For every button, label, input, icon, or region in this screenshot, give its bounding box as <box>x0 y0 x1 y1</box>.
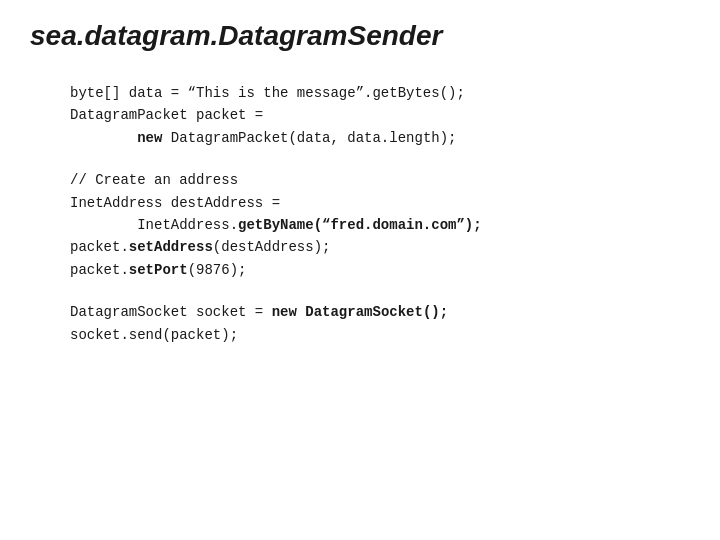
code-line-2-4: packet.setAddress(destAddress); <box>70 236 690 258</box>
code-line-3-2: socket.send(packet); <box>70 324 690 346</box>
code-line-2-3: InetAddress.getByName(“fred.domain.com”)… <box>70 214 690 236</box>
keyword-new-1: new <box>137 130 162 146</box>
code-line-1-2: DatagramPacket packet = <box>70 104 690 126</box>
method-setport: setPort <box>129 262 188 278</box>
code-block: byte[] data = “This is the message”.getB… <box>30 82 690 346</box>
code-line-2-2: InetAddress destAddress = <box>70 192 690 214</box>
code-line-2-1: // Create an address <box>70 169 690 191</box>
code-section-3: DatagramSocket socket = new DatagramSock… <box>70 301 690 346</box>
method-datagramsocket: DatagramSocket(); <box>305 304 448 320</box>
page-title: sea.datagram.DatagramSender <box>30 20 690 52</box>
method-getbyname: getByName(“fred.domain.com”); <box>238 217 482 233</box>
method-setaddress: setAddress <box>129 239 213 255</box>
code-line-1-1: byte[] data = “This is the message”.getB… <box>70 82 690 104</box>
code-section-2: // Create an address InetAddress destAdd… <box>70 169 690 281</box>
code-line-2-5: packet.setPort(9876); <box>70 259 690 281</box>
code-line-3-1: DatagramSocket socket = new DatagramSock… <box>70 301 690 323</box>
keyword-new-2: new <box>272 304 297 320</box>
page-container: sea.datagram.DatagramSender byte[] data … <box>0 0 720 540</box>
code-line-1-3: new DatagramPacket(data, data.length); <box>70 127 690 149</box>
code-section-1: byte[] data = “This is the message”.getB… <box>70 82 690 149</box>
